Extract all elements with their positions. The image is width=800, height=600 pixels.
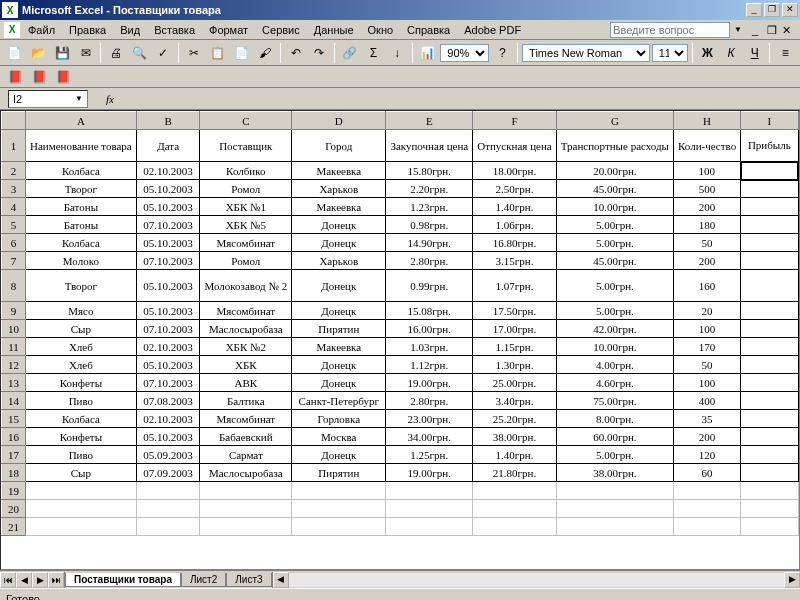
- cell[interactable]: 1.15грн.: [473, 338, 556, 356]
- row-header-6[interactable]: 6: [2, 234, 26, 252]
- cell[interactable]: Мясомбинат: [200, 302, 292, 320]
- row-header-10[interactable]: 10: [2, 320, 26, 338]
- cell[interactable]: 1.07грн.: [473, 270, 556, 302]
- cell[interactable]: 5.00грн.: [556, 216, 673, 234]
- cell[interactable]: Бабаевский: [200, 428, 292, 446]
- cell[interactable]: 02.10.2003: [136, 338, 200, 356]
- cell[interactable]: [674, 518, 741, 536]
- cell[interactable]: 180: [674, 216, 741, 234]
- cell[interactable]: [741, 410, 798, 428]
- cell[interactable]: Хлеб: [26, 338, 137, 356]
- cell[interactable]: 3.15грн.: [473, 252, 556, 270]
- cell[interactable]: [26, 500, 137, 518]
- cell[interactable]: 42.00грн.: [556, 320, 673, 338]
- cell[interactable]: 05.10.2003: [136, 302, 200, 320]
- cell[interactable]: [741, 302, 798, 320]
- sheet-tab-3[interactable]: Лист3: [226, 573, 271, 587]
- cell[interactable]: 5.00грн.: [556, 446, 673, 464]
- mail-button[interactable]: ✉: [75, 42, 97, 64]
- cell[interactable]: Горловка: [292, 410, 386, 428]
- font-name-select[interactable]: Times New Roman: [522, 44, 650, 62]
- cell[interactable]: 45.00грн.: [556, 180, 673, 198]
- tab-first-button[interactable]: ⏮: [0, 572, 16, 588]
- cell[interactable]: 38.00грн.: [473, 428, 556, 446]
- ask-question-input[interactable]: [610, 22, 730, 38]
- row-header-19[interactable]: 19: [2, 482, 26, 500]
- cell[interactable]: Макеевка: [292, 198, 386, 216]
- spell-button[interactable]: ✓: [153, 42, 175, 64]
- header-cell[interactable]: Транспортные расходы: [556, 130, 673, 162]
- cell[interactable]: 19.00грн.: [386, 374, 473, 392]
- cell[interactable]: 4.00грн.: [556, 356, 673, 374]
- cell[interactable]: 120: [674, 446, 741, 464]
- zoom-select[interactable]: 90%: [440, 44, 489, 62]
- cell[interactable]: [741, 198, 798, 216]
- save-button[interactable]: 💾: [51, 42, 73, 64]
- col-header-A[interactable]: A: [26, 112, 137, 130]
- cell[interactable]: [741, 252, 798, 270]
- cell[interactable]: ХБК №2: [200, 338, 292, 356]
- col-header-G[interactable]: G: [556, 112, 673, 130]
- cell[interactable]: [741, 374, 798, 392]
- cell[interactable]: 07.09.2003: [136, 464, 200, 482]
- mdi-close[interactable]: ✕: [782, 24, 796, 36]
- cell[interactable]: Ромол: [200, 252, 292, 270]
- cell[interactable]: [741, 234, 798, 252]
- row-header-8[interactable]: 8: [2, 270, 26, 302]
- cell[interactable]: Москва: [292, 428, 386, 446]
- cell[interactable]: Конфеты: [26, 374, 137, 392]
- cell[interactable]: 10.00грн.: [556, 338, 673, 356]
- hscroll-track[interactable]: [289, 573, 784, 587]
- cell[interactable]: 3.40грн.: [473, 392, 556, 410]
- cell[interactable]: Мясомбинат: [200, 410, 292, 428]
- cell[interactable]: ХБК: [200, 356, 292, 374]
- chevron-down-icon[interactable]: ▼: [75, 94, 83, 103]
- cell[interactable]: 1.40грн.: [473, 198, 556, 216]
- cell[interactable]: 05.09.2003: [136, 446, 200, 464]
- cell[interactable]: [200, 518, 292, 536]
- ask-dropdown-icon[interactable]: ▼: [734, 25, 742, 34]
- cell[interactable]: 1.06грн.: [473, 216, 556, 234]
- cell[interactable]: [386, 500, 473, 518]
- row-header-14[interactable]: 14: [2, 392, 26, 410]
- cell[interactable]: Молоко: [26, 252, 137, 270]
- cell[interactable]: 2.50грн.: [473, 180, 556, 198]
- cell[interactable]: [556, 500, 673, 518]
- header-cell[interactable]: Поставщик: [200, 130, 292, 162]
- cell[interactable]: 02.10.2003: [136, 410, 200, 428]
- cell[interactable]: [200, 482, 292, 500]
- cell[interactable]: [473, 500, 556, 518]
- menu-window[interactable]: Окно: [362, 22, 400, 38]
- cell[interactable]: 25.00грн.: [473, 374, 556, 392]
- cell[interactable]: [556, 482, 673, 500]
- cell[interactable]: Батоны: [26, 198, 137, 216]
- italic-button[interactable]: К: [720, 42, 742, 64]
- cell[interactable]: Балтика: [200, 392, 292, 410]
- row-header-20[interactable]: 20: [2, 500, 26, 518]
- col-header-D[interactable]: D: [292, 112, 386, 130]
- cell[interactable]: [136, 482, 200, 500]
- cell[interactable]: 5.00грн.: [556, 270, 673, 302]
- cell[interactable]: 2.20грн.: [386, 180, 473, 198]
- cell[interactable]: 25.20грн.: [473, 410, 556, 428]
- cell[interactable]: [674, 500, 741, 518]
- cell[interactable]: 07.10.2003: [136, 374, 200, 392]
- cell[interactable]: 5.00грн.: [556, 302, 673, 320]
- cell[interactable]: Хлеб: [26, 356, 137, 374]
- col-header-F[interactable]: F: [473, 112, 556, 130]
- cell[interactable]: [741, 446, 798, 464]
- cell[interactable]: Пирятин: [292, 320, 386, 338]
- row-header-18[interactable]: 18: [2, 464, 26, 482]
- cell[interactable]: [741, 180, 798, 198]
- header-cell[interactable]: Прибыль: [741, 130, 798, 162]
- menu-adobe[interactable]: Adobe PDF: [458, 22, 527, 38]
- cell[interactable]: 0.99грн.: [386, 270, 473, 302]
- menu-data[interactable]: Данные: [308, 22, 360, 38]
- undo-button[interactable]: ↶: [285, 42, 307, 64]
- cell[interactable]: [741, 464, 798, 482]
- cell[interactable]: 100: [674, 374, 741, 392]
- cell[interactable]: 45.00грн.: [556, 252, 673, 270]
- cell[interactable]: 100: [674, 162, 741, 180]
- cell[interactable]: Конфеты: [26, 428, 137, 446]
- cell[interactable]: 19.00грн.: [386, 464, 473, 482]
